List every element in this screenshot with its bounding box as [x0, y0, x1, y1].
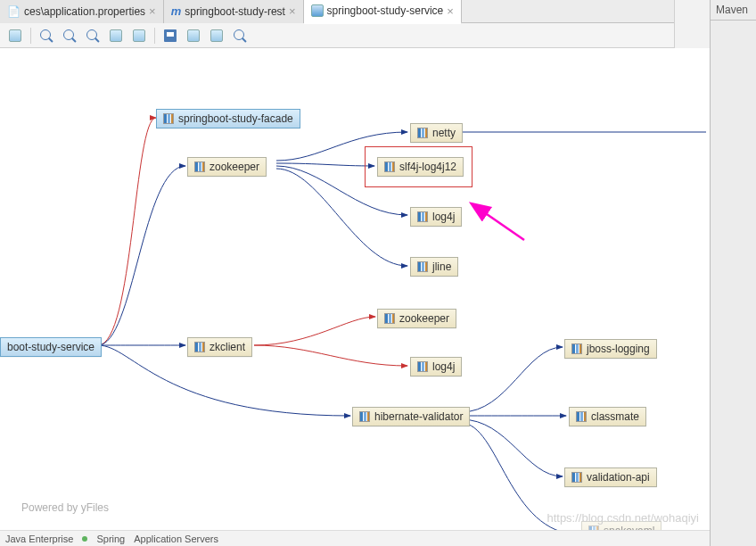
tab-springboot-service[interactable]: springboot-study-service ×	[304, 0, 462, 24]
tab-app-servers[interactable]: Application Servers	[134, 534, 218, 544]
zoom-in-icon	[40, 29, 53, 42]
module-icon	[571, 472, 582, 483]
tab-label: springboot-study-rest	[185, 5, 285, 18]
module-icon	[417, 211, 428, 222]
node-log4j-2[interactable]: log4j	[410, 357, 462, 376]
module-icon	[417, 361, 428, 372]
module-icon	[194, 161, 205, 172]
node-label: netty	[432, 127, 456, 139]
svg-line-0	[472, 204, 524, 240]
diagram-toolbar	[0, 23, 756, 48]
node-netty[interactable]: netty	[410, 123, 463, 143]
module-icon	[571, 343, 582, 354]
node-classmate[interactable]: classmate	[569, 407, 646, 426]
file-icon: 📄	[7, 5, 21, 18]
save-button[interactable]	[160, 26, 180, 46]
module-icon	[576, 411, 587, 422]
group-icon	[133, 29, 145, 42]
separator	[154, 28, 155, 44]
floppy-icon	[164, 29, 177, 42]
node-label: validation-api	[587, 471, 650, 484]
tab-java-enterprise[interactable]: Java Enterprise	[5, 534, 73, 544]
module-icon	[163, 113, 174, 124]
module-icon	[417, 128, 428, 138]
close-icon[interactable]: ×	[149, 4, 156, 18]
layout-button[interactable]	[5, 26, 25, 46]
fit-content-button[interactable]	[106, 26, 126, 46]
export-button[interactable]	[184, 26, 203, 46]
blog-watermark: https://blog.csdn.net/wohaqiyi	[546, 511, 699, 525]
find-button[interactable]	[230, 26, 250, 46]
node-label: log4j	[432, 360, 455, 373]
node-label: jline	[432, 261, 451, 273]
module-icon	[359, 411, 370, 422]
layout-icon	[9, 29, 21, 42]
node-label: boot-study-service	[7, 341, 94, 353]
node-label: zkclient	[210, 341, 245, 353]
maven-label: Maven	[711, 0, 756, 21]
export-icon	[187, 29, 200, 42]
node-log4j[interactable]: log4j	[410, 207, 462, 227]
node-zookeeper[interactable]: zookeeper	[187, 157, 267, 177]
close-icon[interactable]: ×	[289, 4, 296, 18]
print-icon	[210, 29, 223, 42]
node-jboss-logging[interactable]: jboss-logging	[564, 339, 657, 359]
search-icon	[234, 29, 246, 42]
tab-label: springboot-study-service	[327, 4, 444, 17]
fit-icon	[110, 29, 122, 42]
bottom-tool-tabs: Java Enterprise Spring Application Serve…	[0, 530, 710, 546]
node-root[interactable]: boot-study-service	[0, 337, 102, 357]
tab-spring[interactable]: Spring	[96, 534, 125, 544]
tab-application-properties[interactable]: 📄 ces\application.properties ×	[0, 0, 164, 23]
separator	[30, 28, 31, 44]
dependency-graph-canvas[interactable]: boot-study-service springboot-study-faca…	[0, 48, 710, 530]
node-facade[interactable]: springboot-study-facade	[156, 109, 300, 128]
maven-icon: m	[171, 4, 182, 18]
tab-springboot-rest[interactable]: m springboot-study-rest ×	[164, 0, 304, 23]
module-icon	[417, 261, 428, 272]
tab-label: ces\application.properties	[24, 5, 145, 18]
node-zkclient[interactable]: zkclient	[187, 337, 252, 357]
edges-layer	[0, 48, 710, 530]
node-hibernate-validator[interactable]: hibernate-validator	[352, 407, 470, 426]
node-jline[interactable]: jline	[410, 257, 458, 277]
node-label: hibernate-validator	[374, 410, 463, 423]
node-label: zookeeper	[210, 161, 259, 173]
highlight-box	[365, 146, 472, 187]
spring-icon	[82, 536, 87, 542]
node-validation-api[interactable]: validation-api	[564, 467, 657, 487]
print-button[interactable]	[207, 26, 226, 46]
zoom-out-button[interactable]	[60, 26, 79, 46]
node-label: springboot-study-facade	[178, 112, 293, 125]
node-label: classmate	[591, 410, 639, 423]
zoom-in-button[interactable]	[37, 26, 56, 46]
node-label: jboss-logging	[587, 343, 650, 355]
close-icon[interactable]: ×	[447, 4, 454, 18]
powered-by-label: Powered by yFiles	[21, 501, 109, 514]
node-label: zookeeper	[399, 312, 449, 325]
module-icon	[194, 342, 205, 352]
maven-tool-window[interactable]: Maven	[710, 0, 756, 546]
zoom-reset-icon	[86, 29, 99, 42]
dependency-graph-icon	[311, 4, 324, 17]
editor-tab-bar: 📄 ces\application.properties × m springb…	[0, 0, 756, 23]
module-icon	[384, 313, 395, 324]
node-zookeeper-2[interactable]: zookeeper	[377, 309, 456, 328]
node-label: log4j	[432, 211, 455, 223]
zoom-out-icon	[63, 29, 76, 42]
group-button[interactable]	[129, 26, 149, 46]
zoom-reset-button[interactable]	[83, 26, 103, 46]
